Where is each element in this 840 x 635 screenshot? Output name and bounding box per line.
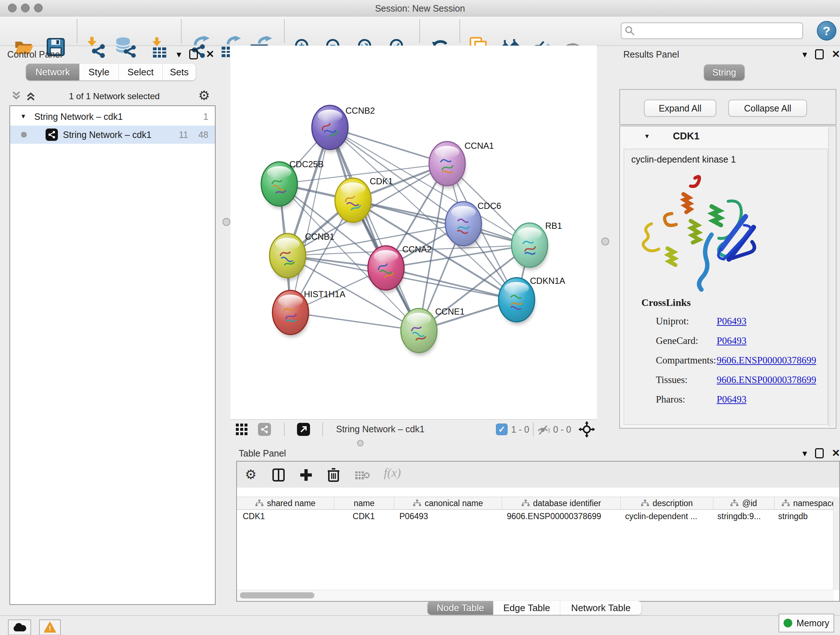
network-current-dot-icon — [21, 132, 27, 138]
column-header-shared-name[interactable]: shared name — [237, 497, 334, 509]
table-row[interactable]: CDK1CDK1P064939606.ENSP00000378699cyclin… — [237, 509, 834, 523]
scrollbar-thumb[interactable] — [240, 592, 314, 599]
network-edge-CCNB2-HIST1H1A[interactable] — [291, 127, 330, 312]
collapse-panel-icon[interactable]: ▾ — [802, 448, 807, 458]
network-canvas[interactable]: CCNB2CCNA1CDC25BCDK1CDC6RB1CCNB1CCNA2CDK… — [231, 46, 597, 419]
fit-selected-crosshair-icon[interactable] — [578, 421, 595, 438]
expand-all-networks-icon[interactable] — [25, 90, 36, 101]
expand-all-button[interactable]: Expand All — [644, 100, 716, 117]
column-namespace-icon — [413, 500, 421, 507]
network-options-gear-icon[interactable]: ⚙ — [198, 89, 210, 102]
protein-caret-icon[interactable]: ▼ — [644, 133, 650, 140]
network-edge-CCNE1-HIST1H1A[interactable] — [291, 312, 419, 331]
network-row[interactable]: String Network – cdk1 11 48 — [10, 126, 215, 144]
network-node-CDK1[interactable]: CDK1 — [335, 176, 393, 225]
table-box: ⚙ f(x) — [236, 461, 840, 602]
cell-canonical-name[interactable]: P06493 — [393, 509, 501, 523]
tab-string[interactable]: String — [704, 65, 745, 80]
tree-caret-icon[interactable]: ▼ — [20, 113, 27, 120]
horizontal-splitter-handle[interactable] — [357, 440, 363, 447]
network-node-CCNA2[interactable]: CCNA2 — [368, 244, 431, 293]
collapse-all-networks-icon[interactable] — [11, 90, 22, 101]
right-splitter[interactable] — [597, 46, 615, 439]
tab-network[interactable]: Network — [26, 64, 80, 80]
network-edge-CDK1-RB1[interactable] — [353, 200, 530, 245]
network-node-CDKN1A[interactable]: CDKN1A — [499, 276, 565, 325]
application-window: Session: New Session — [0, 0, 840, 635]
network-node-CCNA1[interactable]: CCNA1 — [429, 141, 494, 188]
network-node-HIST1H1A[interactable]: HIST1H1A — [272, 289, 346, 337]
column-header--id[interactable]: @id — [714, 497, 775, 509]
delete-column-trash-icon[interactable] — [327, 467, 340, 482]
network-node-CDC6[interactable]: CDC6 — [445, 201, 501, 249]
column-header-namespace[interactable]: namespace — [775, 497, 834, 509]
float-panel-icon[interactable] — [815, 49, 824, 59]
results-scrollbar[interactable] — [829, 127, 835, 426]
control-panel-tabs: Network Style Select Sets — [26, 64, 196, 80]
cell-namespace[interactable]: stringdb — [772, 509, 834, 523]
right-splitter-handle[interactable] — [601, 238, 609, 245]
column-header-database-identifier[interactable]: database identifier — [502, 497, 621, 509]
close-panel-icon[interactable]: ✕ — [832, 49, 840, 59]
network-collection-row[interactable]: ▼ String Network – cdk1 1 — [10, 108, 215, 126]
network-node-CCNE1[interactable]: CCNE1 — [401, 307, 464, 356]
horizontal-splitter[interactable] — [231, 439, 840, 447]
crosslink-label: Uniprot: — [656, 316, 717, 327]
crosslink-link[interactable]: P06493 — [717, 316, 747, 327]
open-in-browser-icon[interactable] — [297, 423, 310, 436]
collapse-panel-icon[interactable]: ▾ — [177, 50, 181, 59]
close-panel-icon[interactable]: ✕ — [832, 448, 840, 458]
crosslink-link[interactable]: P06493 — [717, 394, 747, 405]
crosslink-link[interactable]: P06493 — [717, 335, 747, 347]
tab-edge-table[interactable]: Edge Table — [493, 601, 561, 615]
show-columns-icon[interactable] — [272, 468, 286, 482]
tab-node-table[interactable]: Node Table — [428, 601, 493, 615]
column-header-name[interactable]: name — [334, 497, 394, 509]
crosslink-row: Pharos:P06493 — [656, 390, 747, 409]
network-node-CCNB1[interactable]: CCNB1 — [270, 232, 334, 280]
float-panel-icon[interactable] — [815, 448, 824, 458]
cell-database-identifier[interactable]: 9606.ENSP00000378699 — [501, 509, 619, 523]
left-splitter-handle[interactable] — [223, 218, 231, 226]
crosslink-link[interactable]: 9606.ENSP00000378699 — [717, 374, 816, 386]
cloud-button[interactable] — [8, 619, 31, 635]
tab-sets[interactable]: Sets — [163, 64, 196, 80]
network-type-share-icon[interactable] — [258, 423, 271, 436]
function-builder-icon: f(x) — [384, 466, 401, 480]
create-column-plus-icon[interactable] — [299, 468, 313, 482]
cell-shared-name[interactable]: CDK1 — [237, 509, 334, 523]
column-header-description[interactable]: description — [621, 497, 714, 509]
search-input[interactable] — [638, 25, 802, 36]
memory-button[interactable]: Memory — [778, 614, 834, 632]
birds-eye-grid-icon[interactable] — [235, 423, 248, 435]
cell--id[interactable]: stringdb:9... — [712, 509, 772, 523]
collapse-panel-icon[interactable]: ▾ — [802, 50, 807, 59]
main-toolbar: ? — [0, 17, 840, 46]
close-panel-icon[interactable]: ✕ — [206, 49, 214, 59]
column-header-canonical-name[interactable]: canonical name — [394, 497, 502, 509]
crosslink-link[interactable]: 9606.ENSP00000378699 — [717, 355, 816, 366]
network-view-title: String Network – cdk1 — [336, 424, 425, 434]
help-button[interactable]: ? — [817, 21, 836, 41]
table-vertical-scrollbar[interactable] — [833, 497, 839, 590]
cell-description[interactable]: cyclin-dependent ... — [619, 509, 712, 523]
warning-button[interactable]: ! — [39, 619, 61, 635]
tab-style[interactable]: Style — [80, 64, 118, 80]
collection-count: 1 — [203, 111, 208, 122]
table-options-gear-icon[interactable]: ⚙ — [245, 468, 256, 481]
node-label-CDKN1A: CDKN1A — [530, 276, 565, 286]
network-edge-CCNB2-CCNE1[interactable] — [330, 127, 419, 331]
float-panel-icon[interactable] — [189, 49, 198, 59]
selected-checkbox[interactable]: ✓ — [496, 424, 508, 435]
collapse-all-button[interactable]: Collapse All — [728, 100, 807, 117]
table-horizontal-scrollbar[interactable] — [237, 590, 834, 601]
toolbar-separator — [284, 423, 285, 436]
network-label: String Network – cdk1 — [63, 130, 152, 140]
network-node-CCNB2[interactable]: CCNB2 — [312, 105, 375, 152]
network-node-RB1[interactable]: RB1 — [512, 221, 562, 270]
cell-name[interactable]: CDK1 — [334, 509, 393, 523]
toolbar-separator — [533, 423, 534, 436]
tab-network-table[interactable]: Network Table — [561, 601, 641, 615]
results-panel-window-buttons: ▾ ✕ — [802, 49, 840, 59]
tab-select[interactable]: Select — [118, 64, 163, 80]
